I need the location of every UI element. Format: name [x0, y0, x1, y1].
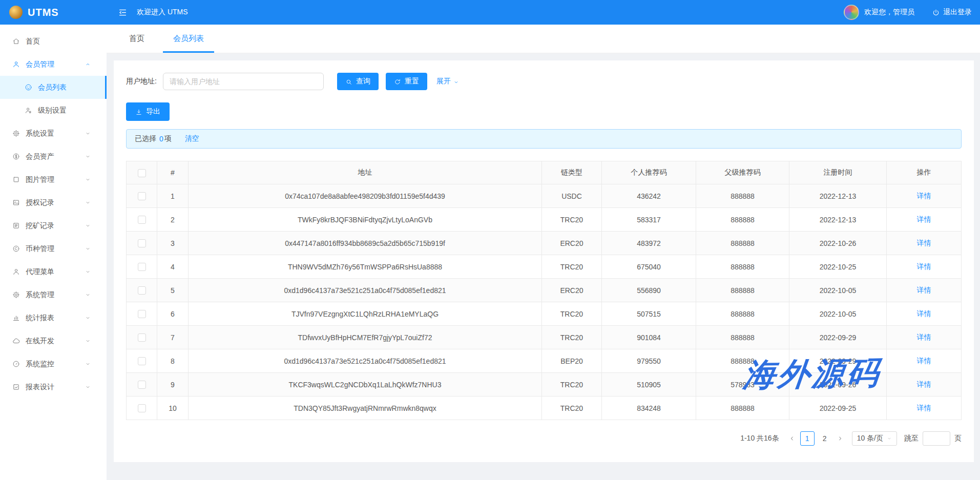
chevron-down-icon — [84, 292, 92, 298]
row-parent-code: 578983 — [696, 373, 789, 396]
search-button[interactable]: 查询 — [337, 73, 379, 90]
sidebar-item-10[interactable]: 代理菜单 — [0, 260, 107, 283]
row-index: 7 — [157, 326, 189, 349]
app-logo[interactable]: UTMS — [0, 6, 107, 19]
row-personal-code: 510905 — [602, 373, 696, 396]
sidebar-item-2[interactable]: 会员列表 — [0, 76, 107, 99]
row-parent-code: 888888 — [696, 326, 789, 349]
row-personal-code: 507515 — [602, 302, 696, 326]
table-header-cell: 父级推荐码 — [696, 161, 789, 184]
table-row: 10x74ca107de8a8abfee498209b3fd01159e5f4d… — [127, 184, 962, 208]
sidebar-item-12[interactable]: 统计报表 — [0, 306, 107, 329]
row-select-cell — [127, 184, 157, 208]
row-checkbox[interactable] — [138, 192, 146, 200]
details-link[interactable]: 详情 — [917, 286, 931, 294]
row-index: 8 — [157, 349, 189, 373]
clear-selection-link[interactable]: 清空 — [185, 134, 199, 143]
dollar-circle-icon — [12, 153, 20, 160]
row-address: TKCF3wqsWLC2gNCDbXq1LaLhQkWfz7NHU3 — [189, 373, 542, 396]
chevron-down-icon — [84, 361, 92, 367]
row-chain-type: ERC20 — [542, 279, 602, 302]
jump-unit-label: 页 — [954, 434, 962, 443]
table-row: 4THN9WV5dMZh76y56TmWSPPa6RsHsUa8888TRC20… — [127, 255, 962, 279]
tab-1[interactable]: 会员列表 — [163, 25, 214, 53]
reset-button[interactable]: 重置 — [386, 73, 427, 90]
sidebar-item-8[interactable]: 挖矿记录 — [0, 214, 107, 237]
user-greeting: 欢迎您，管理员 — [864, 8, 914, 17]
sidebar-item-3[interactable]: 级别设置 — [0, 99, 107, 122]
search-form: 用户地址: 查询 重置 展开 — [126, 73, 962, 90]
expand-link[interactable]: 展开 — [436, 77, 459, 86]
sidebar-item-11[interactable]: 系统管理 — [0, 283, 107, 306]
sidebar-item-14[interactable]: 系统监控 — [0, 352, 107, 375]
prev-page-button[interactable] — [785, 431, 799, 446]
row-index: 2 — [157, 208, 189, 232]
sidebar-item-13[interactable]: 在线开发 — [0, 329, 107, 352]
toolbar: 导出 — [126, 102, 962, 121]
row-checkbox[interactable] — [138, 263, 146, 271]
sidebar-item-label: 代理菜单 — [26, 267, 84, 277]
sidebar-item-15[interactable]: 报表设计 — [0, 375, 107, 399]
row-checkbox[interactable] — [138, 333, 146, 342]
page-button-2[interactable]: 2 — [818, 431, 832, 446]
table-row: 80xd1d96c4137a73e521c251a0c4f75d085ef1ed… — [127, 349, 962, 373]
details-link[interactable]: 详情 — [917, 192, 931, 200]
row-checkbox[interactable] — [138, 216, 146, 224]
sidebar-item-9[interactable]: 币种管理 — [0, 237, 107, 260]
user-icon — [12, 60, 20, 68]
row-index: 3 — [157, 232, 189, 255]
tab-label: 会员列表 — [173, 34, 204, 44]
row-select-cell — [127, 255, 157, 279]
details-link[interactable]: 详情 — [917, 309, 931, 318]
page-button-1[interactable]: 1 — [800, 431, 815, 446]
power-icon — [932, 8, 940, 16]
sidebar-item-5[interactable]: 会员资产 — [0, 145, 107, 168]
row-checkbox[interactable] — [138, 381, 146, 389]
chevron-down-icon — [453, 79, 459, 85]
details-link[interactable]: 详情 — [917, 215, 931, 223]
user-address-input[interactable] — [163, 73, 324, 90]
chevron-down-icon — [84, 246, 92, 252]
next-page-button[interactable] — [833, 431, 847, 446]
sidebar-item-4[interactable]: 系统设置 — [0, 122, 107, 145]
row-chain-type: TRC20 — [542, 255, 602, 279]
row-checkbox[interactable] — [138, 310, 146, 318]
row-select-cell — [127, 232, 157, 255]
sidebar-item-1[interactable]: 会员管理 — [0, 53, 107, 76]
menu-fold-icon[interactable] — [118, 8, 128, 17]
page-size-select[interactable]: 10 条/页 — [852, 431, 897, 446]
chevron-down-icon — [84, 269, 92, 275]
row-register-date: 2022-09-29 — [789, 326, 887, 349]
logout-button[interactable]: 退出登录 — [932, 8, 972, 17]
reset-button-label: 重置 — [405, 77, 419, 86]
sidebar-item-6[interactable]: 图片管理 — [0, 168, 107, 191]
details-link[interactable]: 详情 — [917, 380, 931, 388]
sidebar-item-7[interactable]: 授权记录 — [0, 191, 107, 214]
tab-0[interactable]: 首页 — [119, 25, 155, 53]
row-checkbox[interactable] — [138, 239, 146, 247]
chevron-left-icon — [789, 435, 795, 442]
chevron-down-icon — [84, 384, 92, 390]
chevron-down-icon — [84, 154, 92, 159]
jump-page-input[interactable] — [923, 431, 950, 446]
details-link[interactable]: 详情 — [917, 262, 931, 270]
selection-suffix: 项 — [164, 134, 172, 143]
menu-fold-icon — [118, 8, 128, 17]
row-action-cell: 详情 — [887, 208, 962, 232]
row-register-date: 2022-09-25 — [789, 396, 887, 420]
details-link[interactable]: 详情 — [917, 239, 931, 247]
search-icon — [345, 78, 352, 86]
export-button[interactable]: 导出 — [126, 102, 170, 121]
select-all-checkbox[interactable] — [138, 169, 146, 177]
details-link[interactable]: 详情 — [917, 404, 931, 412]
row-register-date: 2022-10-05 — [789, 279, 887, 302]
row-checkbox[interactable] — [138, 286, 146, 295]
row-personal-code: 979550 — [602, 349, 696, 373]
sidebar-item-0[interactable]: 首页 — [0, 30, 107, 53]
row-checkbox[interactable] — [138, 357, 146, 365]
row-register-date: 2022-10-05 — [789, 302, 887, 326]
details-link[interactable]: 详情 — [917, 333, 931, 341]
details-link[interactable]: 详情 — [917, 357, 931, 365]
row-checkbox[interactable] — [138, 404, 146, 412]
avatar[interactable] — [844, 5, 859, 20]
